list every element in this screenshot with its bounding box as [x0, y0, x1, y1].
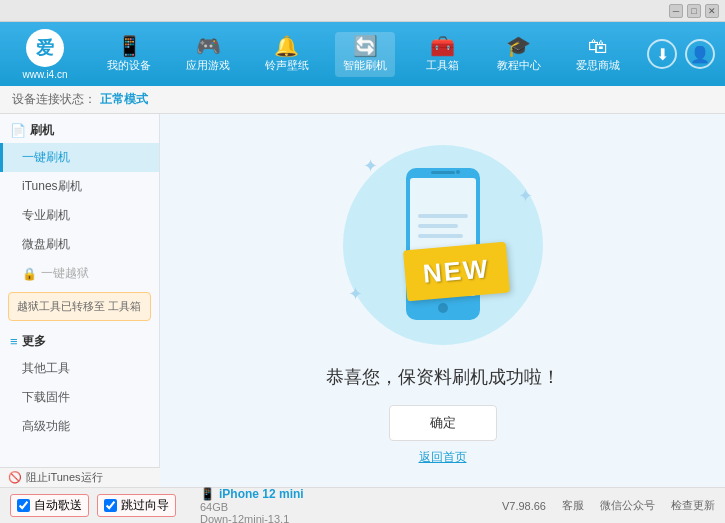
device-icon: 📱	[200, 487, 215, 501]
nav-smart-flash[interactable]: 🔄 智能刷机	[335, 32, 395, 77]
itunes-bar[interactable]: 🚫 阻止iTunes运行	[0, 467, 160, 487]
tutorials-icon: 🎓	[506, 36, 531, 56]
auto-connect-checkbox[interactable]: 自动歌送	[10, 494, 89, 517]
tools-label: 工具箱	[426, 58, 459, 73]
sidebar-section-flash: 📄 刷机	[0, 114, 159, 143]
apps-icon: 🎮	[196, 36, 221, 56]
skip-wizard-input[interactable]	[104, 499, 117, 512]
skip-wizard-label: 跳过向导	[121, 497, 169, 514]
nav-tutorials[interactable]: 🎓 教程中心	[489, 32, 549, 77]
smart-flash-icon: 🔄	[353, 36, 378, 56]
bottom-left: 自动歌送 跳过向导 📱 iPhone 12 mini 64GB Down-12m…	[10, 487, 304, 524]
logo-icon: 爱	[26, 29, 64, 67]
sidebar-warning-box: 越狱工具已转移至 工具箱	[8, 292, 151, 321]
sidebar-item-other-tools[interactable]: 其他工具	[0, 354, 159, 383]
sidebar-item-itunes-flash[interactable]: iTunes刷机	[0, 172, 159, 201]
stop-icon: 🚫	[8, 471, 22, 484]
version-text: V7.98.66	[502, 500, 546, 512]
main-layout: 📄 刷机 一键刷机 iTunes刷机 专业刷机 微盘刷机 🔒 一键越狱 越狱工具…	[0, 114, 725, 487]
my-device-label: 我的设备	[107, 58, 151, 73]
svg-rect-6	[431, 171, 455, 174]
success-text: 恭喜您，保资料刷机成功啦！	[326, 365, 560, 389]
sparkle-2: ✦	[518, 185, 533, 207]
apps-label: 应用游戏	[186, 58, 230, 73]
svg-point-7	[456, 170, 460, 174]
nav-store[interactable]: 🛍 爱思商城	[568, 32, 628, 77]
svg-rect-4	[418, 234, 463, 238]
nav-tools[interactable]: 🧰 工具箱	[414, 32, 470, 77]
itunes-bar-text: 阻止iTunes运行	[26, 470, 103, 485]
ringtones-label: 铃声壁纸	[265, 58, 309, 73]
svg-point-5	[438, 303, 448, 313]
nav-ringtones[interactable]: 🔔 铃声壁纸	[257, 32, 317, 77]
sidebar: 📄 刷机 一键刷机 iTunes刷机 专业刷机 微盘刷机 🔒 一键越狱 越狱工具…	[0, 114, 160, 487]
header-right: ⬇ 👤	[647, 39, 715, 69]
store-icon: 🛍	[588, 36, 608, 56]
lock-icon: 🔒	[22, 267, 37, 281]
tutorials-label: 教程中心	[497, 58, 541, 73]
device-model: Down-12mini-13,1	[200, 513, 304, 524]
device-name: iPhone 12 mini	[219, 487, 304, 501]
auto-connect-input[interactable]	[17, 499, 30, 512]
bottom-right: V7.98.66 客服 微信公众号 检查更新	[502, 498, 715, 513]
customer-service-link[interactable]: 客服	[562, 498, 584, 513]
new-badge: NEW	[403, 241, 510, 301]
flash-section-icon: 📄	[10, 123, 26, 138]
phone-wrapper: NEW	[398, 164, 488, 327]
sidebar-item-jailbreak-disabled: 🔒 一键越狱	[0, 259, 159, 288]
confirm-button[interactable]: 确定	[389, 405, 497, 441]
wechat-link[interactable]: 微信公众号	[600, 498, 655, 513]
logo-area: 爱 www.i4.cn	[10, 29, 80, 80]
minimize-button[interactable]: ─	[669, 4, 683, 18]
download-button[interactable]: ⬇	[647, 39, 677, 69]
back-link[interactable]: 返回首页	[419, 449, 467, 466]
status-value: 正常模式	[100, 91, 148, 108]
flash-section-title: 刷机	[30, 122, 54, 139]
ringtones-icon: 🔔	[274, 36, 299, 56]
header: 爱 www.i4.cn 📱 我的设备 🎮 应用游戏 🔔 铃声壁纸 🔄 智能刷机 …	[0, 22, 725, 86]
close-button[interactable]: ✕	[705, 4, 719, 18]
auto-connect-label: 自动歌送	[34, 497, 82, 514]
device-info: 📱 iPhone 12 mini 64GB Down-12mini-13,1	[200, 487, 304, 524]
content-area: ✦ ✦ ✦	[160, 114, 725, 487]
status-label: 设备连接状态：	[12, 91, 96, 108]
window-controls[interactable]: ─ □ ✕	[669, 4, 719, 18]
sidebar-section-more: ≡ 更多	[0, 325, 159, 354]
sparkle-1: ✦	[363, 155, 378, 177]
svg-rect-3	[418, 224, 458, 228]
status-bar: 设备连接状态： 正常模式	[0, 86, 725, 114]
maximize-button[interactable]: □	[687, 4, 701, 18]
more-section-icon: ≡	[10, 334, 18, 349]
store-label: 爱思商城	[576, 58, 620, 73]
title-bar: ─ □ ✕	[0, 0, 725, 22]
sidebar-item-pro-flash[interactable]: 专业刷机	[0, 201, 159, 230]
check-update-link[interactable]: 检查更新	[671, 498, 715, 513]
sidebar-item-dual-flash[interactable]: 微盘刷机	[0, 230, 159, 259]
sidebar-item-advanced[interactable]: 高级功能	[0, 412, 159, 441]
tools-icon: 🧰	[430, 36, 455, 56]
smart-flash-label: 智能刷机	[343, 58, 387, 73]
more-section-title: 更多	[22, 333, 46, 350]
bottom-bar: 自动歌送 跳过向导 📱 iPhone 12 mini 64GB Down-12m…	[0, 487, 725, 523]
success-illustration: ✦ ✦ ✦	[333, 135, 553, 355]
sparkle-3: ✦	[348, 283, 363, 305]
device-storage: 64GB	[200, 501, 304, 513]
skip-wizard-checkbox[interactable]: 跳过向导	[97, 494, 176, 517]
sidebar-item-one-key-flash[interactable]: 一键刷机	[0, 143, 159, 172]
logo-text: www.i4.cn	[22, 69, 67, 80]
my-device-icon: 📱	[117, 36, 142, 56]
new-badge-text: NEW	[422, 253, 491, 289]
nav-items: 📱 我的设备 🎮 应用游戏 🔔 铃声壁纸 🔄 智能刷机 🧰 工具箱 🎓 教程中心…	[90, 32, 637, 77]
sidebar-item-download-fw[interactable]: 下载固件	[0, 383, 159, 412]
nav-apps[interactable]: 🎮 应用游戏	[178, 32, 238, 77]
user-button[interactable]: 👤	[685, 39, 715, 69]
nav-my-device[interactable]: 📱 我的设备	[99, 32, 159, 77]
svg-rect-2	[418, 214, 468, 218]
